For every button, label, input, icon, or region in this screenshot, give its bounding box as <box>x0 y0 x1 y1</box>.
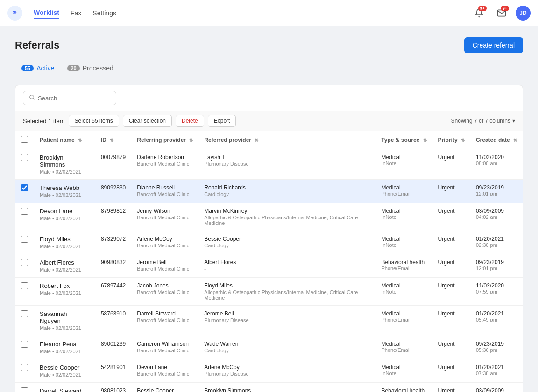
patient-id-6: 58763910 <box>101 310 126 317</box>
row-checkbox-9[interactable] <box>21 387 28 392</box>
active-tab-badge: 55 <box>21 65 34 71</box>
table-row[interactable]: Albert Flores Male • 02/02/2021 90980832… <box>15 254 523 278</box>
export-button[interactable]: Export <box>208 115 236 127</box>
row-checkbox-cell-6[interactable] <box>15 306 34 336</box>
type-0: Medical <box>381 154 426 161</box>
table-row[interactable]: Savannah Nguyen Male • 02/02/2021 587639… <box>15 306 523 336</box>
table-row[interactable]: Theresa Webb Male • 02/02/2021 89092830 … <box>15 180 523 203</box>
patient-meta-0: Male • 02/02/2021 <box>40 169 90 175</box>
create-referral-button[interactable]: Create referral <box>464 37 523 53</box>
tab-processed[interactable]: 20 Processed <box>61 61 120 77</box>
search-input[interactable] <box>38 95 110 102</box>
patient-name-cell-7: Eleanor Pena Male • 02/02/2021 <box>34 336 95 359</box>
sort-icon-priority: ⇅ <box>461 138 465 143</box>
referred-provider-name-5: Floyd Miles <box>204 282 370 289</box>
referred-provider-cell-5: Floyd Miles Allopathic & Osteopathic Phy… <box>198 278 375 306</box>
col-referred-provider[interactable]: Referred provider ⇅ <box>198 131 375 149</box>
row-checkbox-0[interactable] <box>21 154 28 161</box>
priority-5: Urgent <box>438 282 455 289</box>
columns-info[interactable]: Showing 7 of 7 columns ▾ <box>451 118 515 124</box>
table-row[interactable]: Robert Fox Male • 02/02/2021 67897442 Ja… <box>15 278 523 306</box>
patient-name-cell-4: Albert Flores Male • 02/02/2021 <box>34 254 95 278</box>
row-checkbox-5[interactable] <box>21 282 28 289</box>
id-cell-3: 87329072 <box>95 231 131 254</box>
col-priority[interactable]: Priority ⇅ <box>432 131 470 149</box>
col-type-source[interactable]: Type & source ⇅ <box>375 131 432 149</box>
select-all-button[interactable]: Select 55 items <box>69 115 119 127</box>
select-all-checkbox-header[interactable] <box>15 131 34 149</box>
referred-provider-name-1: Ronald Richards <box>204 184 370 191</box>
referring-provider-name-6: Darrell Steward <box>137 310 193 317</box>
row-checkbox-1[interactable] <box>21 184 28 191</box>
created-date-cell-9: 03/09/2009 01:09 am <box>470 383 523 392</box>
page-header: Referrals Create referral <box>15 37 523 53</box>
patient-name-cell-9: Darrell Steward Male • 02/02/2021 <box>34 383 95 392</box>
patient-name-0: Brooklyn Simmons <box>40 154 90 168</box>
source-3: InNote <box>381 242 426 248</box>
select-all-checkbox[interactable] <box>21 136 28 143</box>
referring-provider-cell-0: Darlene Robertson Bancroft Medical Clini… <box>131 149 198 180</box>
type-1: Medical <box>381 184 426 191</box>
row-checkbox-6[interactable] <box>21 310 28 317</box>
priority-cell-5: Urgent <box>432 278 470 306</box>
notifications-button-2[interactable]: 9+ <box>493 5 510 21</box>
patient-name-cell-1: Theresa Webb Male • 02/02/2021 <box>34 180 95 203</box>
row-checkbox-cell-9[interactable] <box>15 383 34 392</box>
referred-provider-cell-2: Marvin McKinney Allopathic & Osteopathic… <box>198 203 375 231</box>
referring-clinic-1: Bancroft Medical Clinic <box>137 191 193 197</box>
table-row[interactable]: Bessie Cooper Male • 02/02/2021 54281901… <box>15 359 523 383</box>
row-checkbox-4[interactable] <box>21 259 28 266</box>
table-row[interactable]: Eleanor Pena Male • 02/02/2021 89001239 … <box>15 336 523 359</box>
table-row[interactable]: Devon Lane Male • 02/02/2021 87989812 Je… <box>15 203 523 231</box>
row-checkbox-cell-2[interactable] <box>15 203 34 231</box>
tab-active[interactable]: 55 Active <box>15 61 61 77</box>
referred-specialty-1: Cardiology <box>204 191 370 197</box>
patient-id-2: 87989812 <box>101 208 126 214</box>
row-checkbox-cell-1[interactable] <box>15 180 34 203</box>
created-time-4: 12:01 pm <box>476 266 517 271</box>
notifications-button-1[interactable]: 9+ <box>471 5 488 21</box>
source-5: InNote <box>381 289 426 294</box>
col-referring-provider[interactable]: Referring provider ⇅ <box>131 131 198 149</box>
delete-button[interactable]: Delete <box>176 115 204 127</box>
search-box[interactable] <box>23 91 116 105</box>
type-source-cell-6: Medical Phone/Email <box>375 306 432 336</box>
user-avatar[interactable]: JD <box>516 6 531 21</box>
referring-provider-name-9: Bessie Cooper <box>137 387 193 392</box>
row-checkbox-2[interactable] <box>21 208 28 215</box>
row-checkbox-cell-3[interactable] <box>15 231 34 254</box>
page-title: Referrals <box>15 39 59 51</box>
referring-provider-cell-2: Jenny Wilson Bancroft Medical Clinic <box>131 203 198 231</box>
id-cell-2: 87989812 <box>95 203 131 231</box>
row-checkbox-3[interactable] <box>21 236 28 243</box>
priority-cell-3: Urgent <box>432 231 470 254</box>
nav-worklist[interactable]: Worklist <box>34 7 59 19</box>
type-9: Behavioral health <box>381 387 426 392</box>
table-row[interactable]: Brooklyn Simmons Male • 02/02/2021 00079… <box>15 149 523 180</box>
col-created-date[interactable]: Created date ⇅ <box>470 131 523 149</box>
row-checkbox-cell-4[interactable] <box>15 254 34 278</box>
row-checkbox-cell-8[interactable] <box>15 359 34 383</box>
type-source-cell-3: Medical InNote <box>375 231 432 254</box>
col-id[interactable]: ID ⇅ <box>95 131 131 149</box>
row-checkbox-cell-0[interactable] <box>15 149 34 180</box>
processed-tab-badge: 20 <box>67 65 79 71</box>
row-checkbox-cell-5[interactable] <box>15 278 34 306</box>
row-checkbox-7[interactable] <box>21 341 28 348</box>
patient-meta-4: Male • 02/02/2021 <box>40 267 90 273</box>
patient-meta-1: Male • 02/02/2021 <box>40 192 90 198</box>
patient-name-9: Darrell Steward <box>40 387 90 392</box>
nav-fax[interactable]: Fax <box>71 7 81 19</box>
type-8: Medical <box>381 364 426 371</box>
patient-name-7: Eleanor Pena <box>40 341 90 348</box>
row-checkbox-cell-7[interactable] <box>15 336 34 359</box>
clear-selection-button[interactable]: Clear selection <box>123 115 172 127</box>
col-patient-name[interactable]: Patient name ⇅ <box>34 131 95 149</box>
row-checkbox-8[interactable] <box>21 364 28 371</box>
nav-settings[interactable]: Settings <box>92 7 116 19</box>
table-row[interactable]: Floyd Miles Male • 02/02/2021 87329072 A… <box>15 231 523 254</box>
id-cell-7: 89001239 <box>95 336 131 359</box>
created-date-cell-3: 01/20/2021 02:30 pm <box>470 231 523 254</box>
created-date-cell-5: 11/02/2020 07:59 pm <box>470 278 523 306</box>
table-row[interactable]: Darrell Steward Male • 02/02/2021 980810… <box>15 383 523 392</box>
